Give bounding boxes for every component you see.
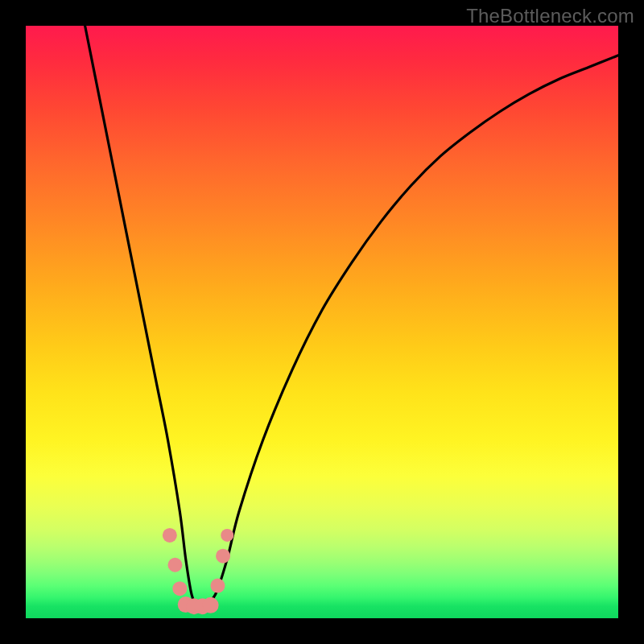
watermark-text: TheBottleneck.com	[466, 5, 634, 27]
highlight-dot	[216, 549, 230, 564]
chart-frame: TheBottleneck.com	[0, 0, 644, 644]
highlight-dot	[167, 558, 182, 572]
curve-svg	[26, 26, 618, 618]
highlight-dot	[210, 579, 225, 593]
highlight-dot	[221, 529, 233, 542]
bottleneck-curve	[85, 26, 618, 608]
plot-area	[26, 26, 618, 618]
highlight-dot	[172, 581, 187, 596]
highlight-dot	[163, 528, 177, 543]
highlight-dot	[203, 597, 219, 613]
